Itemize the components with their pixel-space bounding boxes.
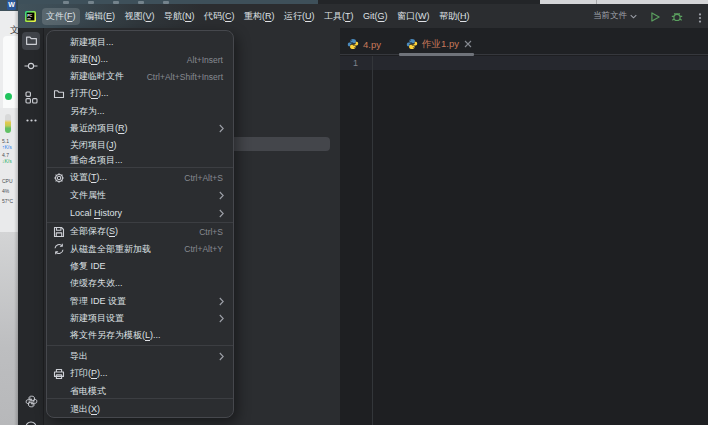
menubar-file[interactable]: 文件(F) [42,8,80,25]
folder-icon [53,88,65,100]
menu-item[interactable]: 管理 IDE 设置 [48,293,232,310]
menu-item-label: 全部保存(S) [70,225,118,238]
menu-item[interactable]: 使缓存失效... [48,275,232,292]
menu-item-shortcut: Ctrl+Alt+Shift+Insert [147,72,226,82]
menu-item[interactable]: 打印(P)... [48,365,232,382]
menu-item-label: 导出 [70,350,88,363]
menu-item-shortcut: Alt+Insert [187,55,226,65]
menu-separator [47,167,233,168]
file-menu-popup: 新建项目... 新建(N)...Alt+Insert 新建临时文件Ctrl+Al… [46,30,234,418]
editor-area: 4.py 作业1.py 1 [340,28,708,425]
structure-tool-button[interactable] [22,88,40,106]
menu-item[interactable]: 导出 [48,348,232,365]
more-tool-windows-button[interactable] [22,112,40,130]
refresh-icon [53,243,65,255]
tab-label: 作业1.py [422,38,459,51]
menu-item[interactable]: 文件属性 [48,187,232,204]
menu-item[interactable]: 设置(T)...Ctrl+Alt+S [48,169,232,186]
menu-item[interactable]: 另存为... [48,103,232,120]
menubar-view[interactable]: 视图(V) [121,8,159,25]
submenu-arrow-icon [218,124,226,133]
menu-item-shortcut: Ctrl+S [199,227,226,237]
menu-item[interactable]: 全部保存(S)Ctrl+S [48,223,232,240]
menubar-help[interactable]: 帮助(H) [435,8,474,25]
monitor-green-dot [5,93,12,100]
python-file-icon [347,38,359,50]
menubar-git[interactable]: Git(G) [359,8,392,25]
menu-separator [47,345,233,346]
menu-separator [47,222,233,223]
menu-item-label: Local History [70,208,122,218]
menu-item[interactable]: 新建项目设置 [48,310,232,327]
menubar: 文件(F) 编辑(E) 视图(V) 导航(N) 代码(C) 重构(R) 运行(U… [42,4,474,28]
line-number: 1 [340,56,358,70]
menu-item[interactable]: Local History [48,205,232,222]
menu-item[interactable]: 将文件另存为模板(L)... [48,327,232,344]
menu-item-label: 新建临时文件 [70,70,124,83]
run-configuration-selector[interactable]: 当前文件 [593,4,637,28]
run-button[interactable] [651,12,660,22]
menubar-tools[interactable]: 工具(T) [320,8,358,25]
menubar-code[interactable]: 代码(C) [200,8,239,25]
menu-item[interactable]: 新建(N)...Alt+Insert [48,51,232,68]
submenu-arrow-icon [218,297,226,306]
ide-titlebar: PC 文件(F) 编辑(E) 视图(V) 导航(N) 代码(C) 重构(R) 运… [18,4,708,28]
menu-item-label: 重命名项目... [70,154,123,167]
commit-tool-button[interactable] [22,57,40,75]
menu-item[interactable]: 修复 IDE [48,258,232,275]
menu-item-label: 新建(N)... [70,53,108,66]
menu-item-label: 关闭项目(J) [70,139,117,152]
svg-text:PC: PC [27,14,32,18]
printer-icon [53,368,65,380]
monitor-gauge [5,114,11,133]
chevron-down-icon [630,14,637,19]
menu-item-label: 设置(T)... [70,171,107,184]
menu-item-label: 退出(X) [70,403,100,416]
project-tool-button[interactable] [22,32,40,50]
partial-tool-button[interactable] [22,419,40,425]
menubar-refactor[interactable]: 重构(R) [240,8,279,25]
menu-item[interactable]: 新建项目... [48,34,232,51]
background-word-window[interactable]: W 文 5.1 ↑K/s 4.7 ↓K/s CPU 4% 57°C [0,0,18,425]
editor-tab-zuoye1py[interactable]: 作业1.py [399,28,474,54]
tool-window-stripe [18,28,44,425]
menu-item-label: 另存为... [70,105,105,118]
editor-tab-4py[interactable]: 4.py [340,28,399,54]
menu-item-label: 使缓存失效... [70,277,123,290]
menu-item-shortcut: Ctrl+Alt+Y [184,244,226,254]
menu-item-label: 新建项目... [70,36,114,49]
menubar-edit[interactable]: 编辑(E) [81,8,119,25]
menubar-window[interactable]: 窗口(W) [393,8,434,25]
submenu-arrow-icon [218,352,226,361]
pycharm-logo-icon[interactable]: PC [25,11,36,22]
menubar-run[interactable]: 运行(U) [280,8,319,25]
menu-item-label: 文件属性 [70,189,106,202]
menu-item[interactable]: 最近的项目(R) [48,120,232,137]
tab-label: 4.py [363,39,381,50]
menu-item-label: 新建项目设置 [70,312,124,325]
menu-item-label: 从磁盘全部重新加载 [70,243,151,256]
menu-item[interactable]: 退出(X) [48,401,232,418]
tab-close-icon[interactable] [464,40,472,48]
menu-item[interactable]: 从磁盘全部重新加载Ctrl+Alt+Y [48,241,232,258]
save-icon [53,226,65,238]
editor-tabbar: 4.py 作业1.py [340,28,708,55]
python-packages-tool-button[interactable] [22,392,40,410]
debug-button[interactable] [671,11,683,23]
more-actions-kebab-icon[interactable] [698,13,702,23]
menu-separator [47,398,233,399]
submenu-arrow-icon [218,209,226,218]
menu-item-shortcut: Ctrl+Alt+S [184,173,226,183]
menu-item-label: 将文件另存为模板(L)... [70,329,161,342]
menu-item-label: 省电模式 [70,385,106,398]
menu-item-label: 管理 IDE 设置 [70,295,126,308]
menu-item-label: 最近的项目(R) [70,122,128,135]
menu-item[interactable]: 打开(O)... [48,85,232,102]
menu-item[interactable]: 新建临时文件Ctrl+Alt+Shift+Insert [48,68,232,85]
screen: W 文 5.1 ↑K/s 4.7 ↓K/s CPU 4% 57°C [0,0,708,425]
menu-item-label: 修复 IDE [70,260,106,273]
editor-text-area[interactable] [372,56,708,425]
menubar-navigate[interactable]: 导航(N) [160,8,199,25]
submenu-arrow-icon [218,314,226,323]
menu-item-label: 打印(P)... [70,367,108,380]
